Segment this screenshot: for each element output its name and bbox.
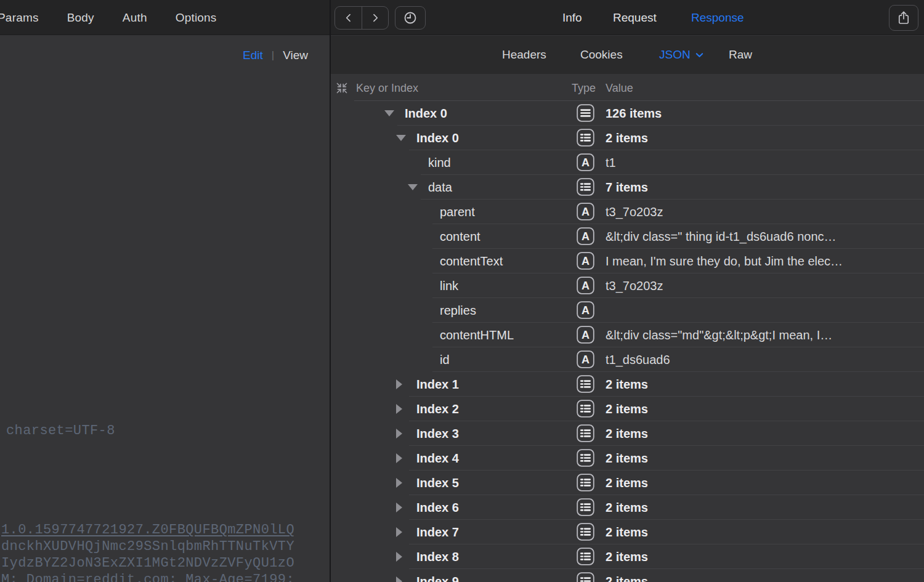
disclosure-triangle-icon[interactable] [396,576,402,582]
disclosure-triangle-icon[interactable] [396,429,402,439]
tree-row[interactable]: Index 0 2 items [331,126,924,150]
tree-row-value: I mean, I'm sure they do, but Jim the el… [606,249,902,273]
tree-row-value: &lt;div class="md"&gt;&lt;p&gt;I mean, I… [606,323,902,347]
history-nav-group [334,6,389,30]
type-icon: A [577,277,594,294]
tree-row-key: Index 9 [416,569,459,582]
tab-auth[interactable]: Auth [123,11,147,25]
tree-row-key: Index 3 [416,421,459,446]
tree-row[interactable]: Index 2 2 items [331,397,924,421]
type-icon [577,449,594,467]
tree-row[interactable]: Index 8 2 items [331,544,924,569]
tree-row-key: Index 2 [416,397,459,421]
type-icon [577,424,594,442]
tree-row-value: t1 [606,150,902,175]
faded-cookie-text: 1.0.1597747721927.Z0FBQUFBQmZPN0lLQ dnck… [1,522,294,582]
tree-row-value: 126 items [606,101,902,126]
svg-text:A: A [582,206,590,218]
chevron-right-icon [369,12,381,24]
svg-text:A: A [582,329,590,341]
tab-options[interactable]: Options [176,11,217,25]
forward-button[interactable] [362,7,388,29]
tab-raw[interactable]: Raw [729,36,752,74]
tree-row[interactable]: link A t3_7o203z [331,273,924,298]
clock-icon [403,10,418,25]
type-icon: A [577,227,594,245]
tree-row[interactable]: Index 9 2 items [331,569,924,582]
type-icon: A [577,153,594,171]
response-panel: Headers Cookies JSON Raw Key or Index Ty… [331,36,924,582]
tree-row-value: t3_7o203z [606,200,902,224]
history-button[interactable] [395,6,426,30]
edit-mode-link[interactable]: Edit [243,49,263,62]
tree-row-value: 2 items [606,471,902,495]
type-icon [577,400,594,418]
tab-cookies[interactable]: Cookies [580,36,623,74]
cookie-text-line: dnckhXUDVHQjNmc29SSnlqbmRhTTNuTkVTY [1,538,294,555]
tree-row-key: Index 5 [416,471,459,495]
tree-row[interactable]: replies A [331,298,924,323]
tree-row[interactable]: id A t1_ds6uad6 [331,347,924,372]
svg-text:A: A [582,255,590,267]
tree-row[interactable]: contentHTML A &lt;div class="md"&gt;&lt;… [331,323,924,347]
disclosure-triangle-icon[interactable] [396,135,406,141]
tree-row[interactable]: data 7 items [331,175,924,200]
json-tree: Index 0 126 items Index 0 2 items kind A… [331,101,924,582]
tree-row[interactable]: Index 5 2 items [331,471,924,495]
faded-charset-text: charset=UTF-8 [6,423,115,439]
tree-row-value: 2 items [606,421,902,446]
svg-text:A: A [582,156,590,169]
disclosure-triangle-icon[interactable] [408,184,418,190]
tab-json[interactable]: JSON [659,36,704,74]
tab-response[interactable]: Response [691,0,744,35]
tree-row[interactable]: kind A t1 [331,150,924,175]
tree-row-value: t3_7o203z [606,273,902,298]
tree-row[interactable]: Index 1 2 items [331,372,924,397]
disclosure-triangle-icon[interactable] [396,503,402,512]
tab-params[interactable]: Params [0,11,39,25]
tree-row[interactable]: Index 0 126 items [331,101,924,126]
tree-row[interactable]: Index 7 2 items [331,520,924,544]
tab-json-label: JSON [659,36,691,74]
chevron-left-icon [342,12,355,24]
tree-row[interactable]: parent A t3_7o203z [331,200,924,224]
collapse-all-icon[interactable] [336,82,348,94]
svg-text:A: A [582,230,590,243]
tree-row-value: 2 items [606,372,902,397]
share-icon [897,10,910,25]
tree-row[interactable]: Index 3 2 items [331,421,924,446]
tab-headers[interactable]: Headers [502,36,546,74]
tree-row[interactable]: contentText A I mean, I'm sure they do, … [331,249,924,273]
edit-view-toggle: Edit | View [243,49,308,62]
disclosure-triangle-icon[interactable] [396,552,402,562]
back-button[interactable] [335,7,362,29]
tab-request[interactable]: Request [613,0,657,35]
view-mode-link[interactable]: View [283,49,308,62]
disclosure-triangle-icon[interactable] [396,404,402,414]
tree-row[interactable]: content A &lt;div class=" thing id-t1_ds… [331,224,924,249]
tree-row-key: data [428,175,452,200]
request-editor-panel: Edit | View charset=UTF-8 1.0.1597747721… [0,36,330,582]
chevron-down-icon [695,51,704,60]
type-icon [577,548,594,565]
tree-row-key: Index 4 [416,446,459,471]
disclosure-triangle-icon[interactable] [396,527,402,537]
tab-info[interactable]: Info [562,0,582,35]
tree-row-key: Index 8 [416,544,459,569]
tab-body[interactable]: Body [67,11,94,25]
tree-row-value: 7 items [606,175,902,200]
column-header-value[interactable]: Value [606,74,633,101]
disclosure-triangle-icon[interactable] [396,379,402,389]
tree-row[interactable]: Index 4 2 items [331,446,924,471]
column-header-type[interactable]: Type [572,74,596,101]
disclosure-triangle-icon[interactable] [384,110,394,116]
panel-divider[interactable] [330,0,331,582]
tree-row[interactable]: Index 6 2 items [331,495,924,520]
tree-row-key: parent [440,200,475,224]
json-tree-header: Key or Index Type Value [331,74,924,101]
share-button[interactable] [889,5,918,31]
type-icon [577,498,594,516]
column-header-key[interactable]: Key or Index [356,74,418,101]
disclosure-triangle-icon[interactable] [396,478,402,488]
disclosure-triangle-icon[interactable] [396,453,402,463]
